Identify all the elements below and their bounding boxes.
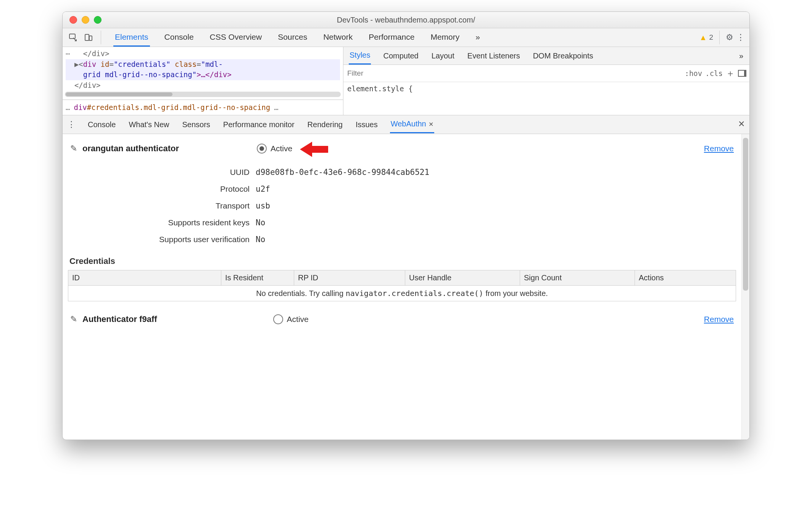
- subtab-event-listeners[interactable]: Event Listeners: [467, 48, 521, 64]
- prop-protocol: u2f: [256, 184, 270, 194]
- tab-performance[interactable]: Performance: [367, 29, 416, 47]
- table-header-row: ID Is Resident RP ID User Handle Sign Co…: [68, 270, 736, 286]
- col-sign: Sign Count: [520, 270, 635, 286]
- main-tabs: Elements Console CSS Overview Sources Ne…: [113, 29, 482, 47]
- minimize-window-icon[interactable]: [82, 16, 89, 24]
- element-style-rule[interactable]: element.style {: [343, 82, 749, 95]
- window-title: DevTools - webauthndemo.appspot.com/: [63, 16, 749, 24]
- styles-filter-row: :hov .cls ＋: [343, 65, 749, 82]
- subtab-dom-breakpoints[interactable]: DOM Breakpoints: [532, 48, 594, 64]
- table-row: No credentials. Try calling navigator.cr…: [68, 286, 736, 301]
- tab-memory[interactable]: Memory: [429, 29, 461, 47]
- devtools-window: DevTools - webauthndemo.appspot.com/ Ele…: [62, 11, 750, 440]
- col-actions: Actions: [635, 270, 736, 286]
- tab-elements[interactable]: Elements: [113, 29, 150, 47]
- prop-uuid: d98e08fb-0efc-43e6-968c-99844cab6521: [256, 168, 429, 177]
- prop-label-uv: Supports user verification: [70, 235, 256, 244]
- authenticator-name: Authenticator f9aff: [82, 314, 157, 324]
- drawer-tab-webauthn[interactable]: WebAuthn✕: [390, 116, 434, 133]
- tab-console[interactable]: Console: [163, 29, 195, 47]
- col-rpid: RP ID: [294, 270, 405, 286]
- dom-selected-node[interactable]: ▶<div id="credentials" class="mdl-: [66, 59, 340, 70]
- device-toggle-icon[interactable]: [82, 31, 95, 44]
- cls-toggle[interactable]: .cls: [705, 69, 723, 78]
- drawer-tab-issues[interactable]: Issues: [355, 116, 379, 133]
- main-toolbar: Elements Console CSS Overview Sources Ne…: [63, 28, 749, 47]
- authenticator-row: ✎ orangutan authenticator Active Remove: [63, 134, 741, 162]
- svg-rect-2: [89, 36, 92, 40]
- active-radio[interactable]: [273, 314, 283, 324]
- tab-sources[interactable]: Sources: [276, 29, 309, 47]
- col-resident: Is Resident: [221, 270, 294, 286]
- authenticator-props: UUIDd98e08fb-0efc-43e6-968c-99844cab6521…: [63, 162, 741, 252]
- subtab-computed[interactable]: Computed: [382, 48, 419, 64]
- active-radio[interactable]: [257, 144, 267, 154]
- titlebar[interactable]: DevTools - webauthndemo.appspot.com/: [63, 12, 749, 28]
- drawer-tabs: ⋮ Console What's New Sensors Performance…: [63, 115, 749, 134]
- prop-label-transport: Transport: [70, 201, 256, 210]
- dom-collapse-dots[interactable]: ⋯: [66, 49, 70, 58]
- svg-rect-1: [85, 34, 89, 40]
- settings-gear-icon[interactable]: ⚙: [726, 32, 733, 42]
- drawer-tab-performance-monitor[interactable]: Performance monitor: [222, 116, 295, 133]
- edit-icon[interactable]: ✎: [70, 144, 77, 154]
- inspect-icon[interactable]: [67, 31, 79, 44]
- credentials-table: ID Is Resident RP ID User Handle Sign Co…: [68, 270, 736, 301]
- new-style-rule-icon[interactable]: ＋: [726, 67, 735, 79]
- active-label: Active: [287, 315, 309, 324]
- warnings-count: 2: [709, 33, 713, 42]
- drawer-tab-console[interactable]: Console: [87, 116, 116, 133]
- edit-icon[interactable]: ✎: [70, 314, 77, 324]
- breadcrumb[interactable]: … div#credentials.mdl-grid.mdl-grid--no-…: [63, 100, 343, 115]
- drawer-tab-sensors[interactable]: Sensors: [181, 116, 211, 133]
- hov-toggle[interactable]: :hov: [685, 69, 702, 78]
- subtab-styles[interactable]: Styles: [349, 47, 371, 65]
- drawer-more-icon[interactable]: ⋮: [67, 120, 76, 129]
- more-menu-icon[interactable]: ⋮: [736, 32, 745, 42]
- credentials-heading: Credentials: [63, 252, 741, 270]
- maximize-window-icon[interactable]: [94, 16, 102, 24]
- tab-network[interactable]: Network: [322, 29, 354, 47]
- warnings-badge[interactable]: ▲ 2: [699, 33, 713, 42]
- svg-rect-0: [69, 34, 75, 39]
- prop-resident: No: [256, 218, 265, 227]
- tabs-overflow-icon[interactable]: »: [474, 29, 482, 47]
- prop-transport: usb: [256, 201, 270, 210]
- window-controls: [63, 16, 102, 24]
- annotation-arrow-icon: [298, 140, 324, 157]
- col-user: User Handle: [405, 270, 520, 286]
- subtabs-overflow-icon[interactable]: »: [738, 48, 744, 64]
- prop-uv: No: [256, 235, 265, 244]
- prop-label-resident: Supports resident keys: [70, 218, 256, 227]
- authenticator-row: ✎ Authenticator f9aff Active Remove: [63, 308, 741, 329]
- prop-label-uuid: UUID: [70, 168, 256, 177]
- dom-horizontal-scrollbar[interactable]: [65, 92, 341, 97]
- drawer-tab-whats-new[interactable]: What's New: [128, 116, 170, 133]
- styles-filter-input[interactable]: [346, 69, 682, 78]
- close-window-icon[interactable]: [69, 16, 77, 24]
- credentials-empty-msg: No credentials. Try calling navigator.cr…: [68, 286, 736, 301]
- drawer-tab-rendering[interactable]: Rendering: [307, 116, 343, 133]
- remove-authenticator-link[interactable]: Remove: [704, 144, 734, 153]
- toggle-sidebar-icon[interactable]: [738, 70, 746, 77]
- close-tab-icon[interactable]: ✕: [429, 121, 433, 128]
- subtab-layout[interactable]: Layout: [431, 48, 455, 64]
- remove-authenticator-link[interactable]: Remove: [704, 315, 734, 324]
- col-id: ID: [68, 270, 221, 286]
- active-label: Active: [271, 144, 292, 153]
- webauthn-panel: ✎ orangutan authenticator Active Remove …: [63, 134, 741, 440]
- drawer-close-icon[interactable]: ✕: [738, 119, 745, 129]
- authenticator-name: orangutan authenticator: [82, 144, 179, 154]
- prop-label-protocol: Protocol: [70, 184, 256, 194]
- styles-subtabs: Styles Computed Layout Event Listeners D…: [343, 47, 749, 65]
- tab-css-overview[interactable]: CSS Overview: [208, 29, 264, 47]
- elements-dom-tree[interactable]: ⋯ </div> ▶<div id="credentials" class="m…: [63, 47, 343, 115]
- warning-icon: ▲: [699, 33, 707, 42]
- vertical-scrollbar[interactable]: [741, 134, 749, 440]
